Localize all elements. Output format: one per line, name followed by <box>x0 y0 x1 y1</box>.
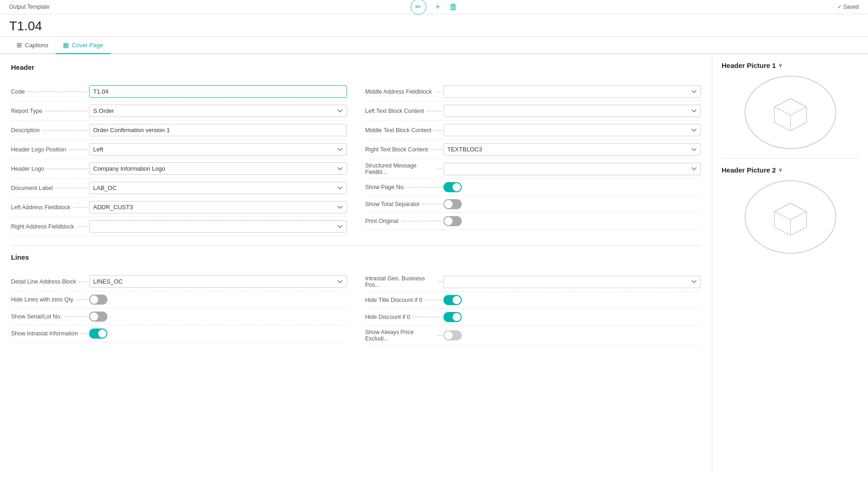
delete-icon: 🗑 <box>449 2 458 11</box>
code-label: Code <box>11 89 89 95</box>
left-text-block-content-row: Left Text Block Content <box>365 101 701 121</box>
show-intrastat-information-toggle[interactable] <box>89 329 107 339</box>
show-total-separator-label: Show Total Separator <box>365 201 443 207</box>
show-serial-lot-no-label: Show Serial/Lot No. <box>11 313 89 320</box>
show-always-price-excludi-label: Show Always Price Excludi... <box>365 329 443 342</box>
show-serial-lot-no-control <box>89 312 347 322</box>
hide-discount-if-0-toggle[interactable] <box>443 312 462 322</box>
print-original-toggle[interactable] <box>443 216 462 226</box>
hide-discount-if-0-row: Hide Discount if 0 <box>365 309 701 326</box>
hide-discount-if-0-control <box>443 312 701 322</box>
detail-line-address-block-row: Detail Line Address Block LINES_OC <box>11 272 347 291</box>
report-type-row: Report Type S.Order <box>11 101 347 121</box>
lines-section: Lines Detail Line Address Block <box>11 253 701 345</box>
tab-captions-label: Captions <box>25 42 48 49</box>
middle-address-fieldblock-select[interactable] <box>443 85 701 98</box>
panel-divider-1 <box>722 158 859 159</box>
code-control <box>89 85 347 98</box>
saved-label: ✓ Saved <box>837 4 859 10</box>
captions-icon: ⊞ <box>17 41 22 49</box>
middle-address-fieldblock-row: Middle Address Fieldblock <box>365 82 701 101</box>
hide-title-discount-if-0-control <box>443 295 701 305</box>
hide-lines-zero-qty-label: Hide Lines with zero Qty. <box>11 296 89 303</box>
show-always-price-excludi-row: Show Always Price Excludi... <box>365 326 701 345</box>
header-logo-control: Company Information Logo <box>89 162 347 175</box>
document-label-select[interactable]: LAB_OC <box>89 182 347 194</box>
code-input[interactable] <box>89 85 347 98</box>
document-label-control: LAB_OC <box>89 182 347 194</box>
print-original-label: Print Original <box>365 218 443 224</box>
edit-button[interactable]: ✏ <box>410 0 426 15</box>
left-text-block-content-label: Left Text Block Content <box>365 108 443 114</box>
left-text-block-content-control <box>443 105 701 117</box>
left-address-fieldblock-select[interactable]: ADDR_CUST3 <box>89 201 347 213</box>
right-text-block-content-select[interactable]: TEXTBLOC3 <box>443 143 701 156</box>
document-label-row: Document Label LAB_OC <box>11 178 347 198</box>
left-address-fieldblock-label: Left Address Fieldblock <box>11 204 89 211</box>
report-type-select[interactable]: S.Order <box>89 105 347 117</box>
hide-lines-zero-qty-control <box>89 295 347 305</box>
hide-title-discount-if-0-toggle[interactable] <box>443 295 462 305</box>
tab-captions[interactable]: ⊞ Captions <box>9 37 56 54</box>
show-page-no-row: Show Page No. <box>365 179 701 196</box>
structured-message-label: Structured Message Fieldbl... <box>365 162 443 175</box>
header-picture-1-image <box>745 76 836 149</box>
header-logo-position-control: Left Right Center <box>89 143 347 156</box>
lines-section-title: Lines <box>11 253 701 265</box>
structured-message-row: Structured Message Fieldbl... <box>365 159 701 179</box>
lines-form-grid: Detail Line Address Block LINES_OC Hide <box>11 272 701 345</box>
delete-button[interactable]: 🗑 <box>449 2 458 12</box>
header-section-title: Header <box>11 63 701 75</box>
header-logo-position-select[interactable]: Left Right Center <box>89 143 347 156</box>
left-text-block-content-select[interactable] <box>443 105 701 117</box>
svg-marker-4 <box>774 203 806 220</box>
tab-cover-page[interactable]: ▦ Cover Page <box>56 37 111 54</box>
code-row: Code <box>11 82 347 101</box>
right-text-block-content-label: Right Text Block Content <box>365 146 443 153</box>
intrastat-gen-business-pos-select[interactable] <box>443 276 701 288</box>
show-total-separator-toggle[interactable] <box>443 199 462 209</box>
right-address-fieldblock-control <box>89 220 347 233</box>
structured-message-select[interactable] <box>443 163 701 175</box>
report-type-control: S.Order <box>89 105 347 117</box>
header-picture-1-label: Header Picture 1 <box>722 61 776 69</box>
show-intrastat-information-control <box>89 329 347 339</box>
description-input[interactable] <box>89 124 347 136</box>
middle-text-block-content-row: Middle Text Block Content <box>365 121 701 140</box>
header-picture-1-title[interactable]: Header Picture 1 ∨ <box>722 61 859 69</box>
detail-line-address-block-select[interactable]: LINES_OC <box>89 275 347 288</box>
right-panel: Header Picture 1 ∨ Header Picture 2 ∨ <box>712 54 868 473</box>
add-icon: + <box>435 2 440 11</box>
header-picture-1-chevron: ∨ <box>778 62 782 68</box>
left-address-fieldblock-row: Left Address Fieldblock ADDR_CUST3 <box>11 198 347 217</box>
tabs-bar: ⊞ Captions ▦ Cover Page <box>0 37 868 54</box>
right-address-fieldblock-label: Right Address Fieldblock <box>11 223 89 230</box>
hide-lines-zero-qty-toggle[interactable] <box>89 295 107 305</box>
svg-marker-1 <box>774 99 806 115</box>
header-logo-select[interactable]: Company Information Logo <box>89 162 347 175</box>
lines-right-column: Intrastat Gen. Business Pos... Hide Ti <box>365 272 701 345</box>
detail-line-address-block-control: LINES_OC <box>89 275 347 288</box>
show-page-no-control <box>443 182 701 192</box>
middle-text-block-content-select[interactable] <box>443 124 701 136</box>
show-serial-lot-no-toggle[interactable] <box>89 312 107 322</box>
description-row: Description <box>11 121 347 140</box>
detail-line-address-block-label: Detail Line Address Block <box>11 278 89 285</box>
hide-title-discount-if-0-row: Hide Title Discount if 0 <box>365 292 701 309</box>
middle-text-block-content-label: Middle Text Block Content <box>365 127 443 134</box>
header-logo-position-row: Header Logo Position Left Right Center <box>11 140 347 159</box>
right-address-fieldblock-select[interactable] <box>89 220 347 233</box>
left-address-fieldblock-control: ADDR_CUST3 <box>89 201 347 213</box>
header-picture-2-image <box>745 180 836 254</box>
description-label: Description <box>11 127 89 134</box>
show-always-price-excludi-toggle[interactable] <box>443 330 462 340</box>
intrastat-gen-business-pos-row: Intrastat Gen. Business Pos... <box>365 272 701 292</box>
print-original-row: Print Original <box>365 213 701 230</box>
show-page-no-toggle[interactable] <box>443 182 462 192</box>
show-serial-lot-no-row: Show Serial/Lot No. <box>11 308 347 325</box>
cover-page-icon: ▦ <box>63 41 69 49</box>
middle-address-fieldblock-control <box>443 85 701 98</box>
add-button[interactable]: + <box>435 2 440 12</box>
header-picture-2-title[interactable]: Header Picture 2 ∨ <box>722 166 859 174</box>
report-type-label: Report Type <box>11 108 89 114</box>
